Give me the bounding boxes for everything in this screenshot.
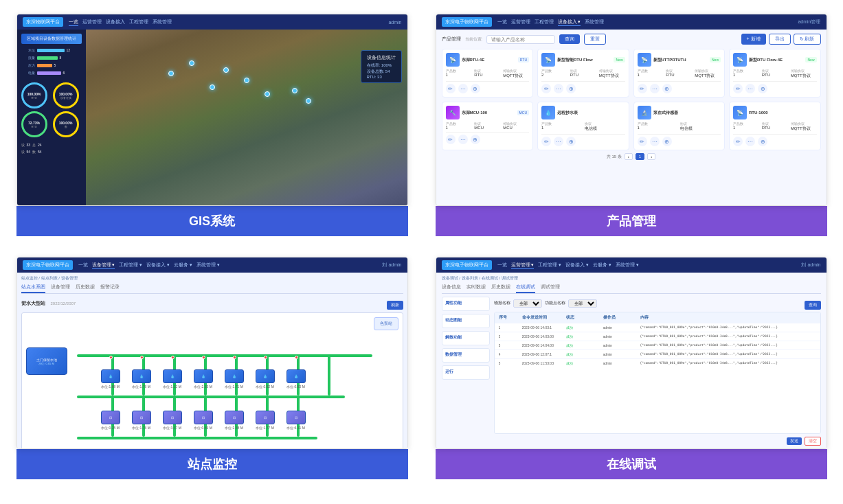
product-export-button[interactable]: 导出 bbox=[769, 34, 791, 45]
debug-sidebar-dynamic[interactable]: 动态图能 bbox=[442, 314, 490, 328]
product-action-delete-3[interactable]: ⋯ bbox=[650, 84, 660, 93]
product-card-row-2: 产品数2 协议RTU 传输协议MQTT协议 bbox=[541, 69, 625, 79]
station-tab-alarm[interactable]: 报警记录 bbox=[100, 284, 120, 293]
product-nav-ops[interactable]: 运营管理 bbox=[511, 19, 530, 26]
debug-cell-op-3: admin bbox=[603, 343, 638, 347]
product-card-header-1: 📡 东深RTU-4E RTU bbox=[446, 53, 530, 67]
debug-nav-cloud[interactable]: 云服务 ▾ bbox=[593, 262, 611, 269]
debug-tab-online[interactable]: 在线调试 bbox=[516, 284, 535, 293]
debug-table-row-1: 1 2023-09-06 14:03:1 成功 admin {"comand":… bbox=[495, 323, 820, 332]
product-action-delete-2[interactable]: ⋯ bbox=[554, 84, 563, 93]
product-action-copy-2[interactable]: ⊕ bbox=[566, 84, 576, 93]
debug-th-op: 操作员 bbox=[603, 314, 638, 321]
product-card-3: 📡 新型HTTPRTUTH New 产品数1 协议RTU 传输协议MQTT协议 … bbox=[633, 49, 726, 98]
station-topbar-right: 刘 admin bbox=[382, 262, 401, 268]
station-nav-device[interactable]: 设备管理 ▾ bbox=[92, 262, 115, 269]
product-search-button[interactable]: 查询 bbox=[559, 34, 580, 44]
debug-tab-log[interactable]: 调试管理 bbox=[541, 284, 560, 293]
debug-sidebar-data[interactable]: 数据管理 bbox=[442, 348, 490, 363]
product-action-copy-3[interactable]: ⊕ bbox=[662, 84, 672, 93]
gis-nav-item-device[interactable]: 设备接入 bbox=[106, 19, 125, 26]
product-nav-project[interactable]: 工程管理 bbox=[535, 19, 554, 26]
debug-sidebar-dissolve[interactable]: 解散功能 bbox=[442, 331, 490, 345]
debug-cell-content-4: {"comand":"DTU0_001_009e","product":"010… bbox=[640, 352, 816, 356]
product-refresh-button[interactable]: ↻ 刷新 bbox=[794, 34, 821, 45]
gis-nav-item-overview[interactable]: 一览 bbox=[69, 19, 78, 26]
station-nav-system[interactable]: 系统管理 ▾ bbox=[196, 262, 220, 269]
product-action-edit-7[interactable]: ✏ bbox=[638, 137, 647, 146]
product-search[interactable] bbox=[486, 35, 555, 44]
debug-nav-overview[interactable]: 一览 bbox=[497, 262, 507, 269]
product-card-row-4: 产品数1 协议RTU 传输协议MQTT协议 bbox=[733, 69, 817, 79]
product-action-edit-8[interactable]: ✏ bbox=[733, 137, 743, 146]
debug-nav-project[interactable]: 工程管理 ▾ bbox=[538, 262, 561, 269]
station-refresh-button[interactable]: 刷新 bbox=[387, 301, 403, 310]
product-action-delete-8[interactable]: ⋯ bbox=[745, 137, 755, 146]
station-content: 站点监控 / 站点列表 / 设备管理 站点水系图 设备管理 历史数据 报警记录 … bbox=[17, 273, 407, 448]
gis-nav-item-project[interactable]: 工程管理 bbox=[129, 19, 148, 26]
debug-tab-info[interactable]: 设备信息 bbox=[442, 284, 461, 293]
product-topbar-right: admin管理 bbox=[798, 19, 820, 25]
debug-cell-op-2: admin bbox=[603, 334, 638, 339]
station-nav-monitor[interactable]: 设备接入 ▾ bbox=[146, 262, 170, 269]
gis-stats-row-2: 设54 数54 bbox=[21, 150, 82, 154]
gis-nav-item-ops[interactable]: 运营管理 bbox=[82, 19, 102, 26]
debug-function-select[interactable]: 全部 bbox=[568, 299, 597, 308]
product-add-button[interactable]: + 新增 bbox=[741, 34, 766, 45]
product-prev-page[interactable]: ‹ bbox=[625, 153, 633, 160]
product-nav-system[interactable]: 系统管理 bbox=[585, 19, 604, 26]
product-action-copy-1[interactable]: ⊕ bbox=[471, 84, 480, 93]
debug-tab-history[interactable]: 历史数据 bbox=[491, 284, 510, 293]
product-action-copy-7[interactable]: ⊕ bbox=[662, 137, 672, 146]
debug-sidebar-run[interactable]: 运行 bbox=[442, 365, 490, 380]
station-nav-overview[interactable]: 一览 bbox=[78, 262, 88, 269]
debug-cell-num-1: 1 bbox=[499, 325, 519, 330]
product-action-delete-5[interactable]: ⋯ bbox=[458, 135, 468, 144]
product-action-copy-8[interactable]: ⊕ bbox=[758, 137, 767, 146]
product-next-page[interactable]: › bbox=[647, 153, 655, 160]
product-nav-device[interactable]: 设备接入 ▾ bbox=[558, 19, 581, 26]
station-tab-device[interactable]: 设备管理 bbox=[51, 284, 70, 293]
gis-nav-item-system[interactable]: 系统管理 bbox=[153, 19, 172, 26]
debug-query-button[interactable]: 查询 bbox=[805, 301, 821, 310]
product-card-row-6: 产品数1 协议电信模 bbox=[541, 122, 625, 132]
product-action-edit-5[interactable]: ✏ bbox=[446, 135, 456, 144]
product-action-edit-1[interactable]: ✏ bbox=[446, 84, 456, 93]
product-action-delete-6[interactable]: ⋯ bbox=[554, 137, 563, 146]
debug-nav-system[interactable]: 系统管理 ▾ bbox=[616, 262, 639, 269]
product-card-cell-8c: 传输协议MQTT协议 bbox=[791, 122, 817, 132]
product-page-1[interactable]: 1 bbox=[636, 153, 644, 160]
product-action-delete-1[interactable]: ⋯ bbox=[458, 84, 468, 93]
gis-bar-2 bbox=[37, 56, 58, 60]
product-action-edit-4[interactable]: ✏ bbox=[733, 84, 743, 93]
debug-nav-device[interactable]: 运营管理 ▾ bbox=[511, 262, 535, 269]
debug-clear-button[interactable]: 清空 bbox=[805, 437, 821, 446]
station-tank-2-4: ⊡ 水位:0.89 M bbox=[194, 411, 213, 430]
debug-tab-real[interactable]: 实时数据 bbox=[467, 284, 486, 293]
product-action-edit-2[interactable]: ✏ bbox=[541, 84, 551, 93]
station-topbar: 东深电子物联网平台 一览 设备管理 ▾ 工程管理 ▾ 设备接入 ▾ 云服务 ▾ … bbox=[17, 257, 407, 273]
product-nav-overview[interactable]: 一览 bbox=[497, 19, 507, 26]
product-action-copy-4[interactable]: ⊕ bbox=[758, 84, 767, 93]
station-tab-station[interactable]: 站点水系图 bbox=[21, 284, 45, 293]
station-tab-history[interactable]: 历史数据 bbox=[76, 284, 95, 293]
debug-send-button[interactable]: 发送 bbox=[787, 437, 802, 445]
station-nav-cloud[interactable]: 云服务 ▾ bbox=[174, 262, 192, 269]
product-card-actions-2: ✏ ⋯ ⊕ bbox=[541, 81, 625, 93]
product-card-row-7: 产品数1 协议电信模 bbox=[638, 122, 721, 132]
product-action-copy-6[interactable]: ⊕ bbox=[566, 137, 576, 146]
product-reset-button[interactable]: 重置 bbox=[584, 34, 606, 45]
product-card-icon-3: 📡 bbox=[638, 53, 651, 67]
product-action-delete-7[interactable]: ⋯ bbox=[650, 137, 660, 146]
product-action-copy-5[interactable]: ⊕ bbox=[471, 135, 480, 144]
debug-filter-select[interactable]: 全部 bbox=[513, 299, 542, 308]
debug-nav-access[interactable]: 设备接入 ▾ bbox=[565, 262, 589, 269]
product-action-edit-6[interactable]: ✏ bbox=[541, 137, 551, 146]
gis-bar-label-2: 流量 bbox=[21, 56, 35, 60]
debug-sidebar-property[interactable]: 属性功能 bbox=[442, 297, 490, 311]
product-action-edit-3[interactable]: ✏ bbox=[638, 84, 647, 93]
product-action-delete-4[interactable]: ⋯ bbox=[745, 84, 755, 93]
debug-cell-time-4: 2023-09-06 12:07:1 bbox=[522, 352, 563, 356]
product-card-name-1: 东深RTU-4E bbox=[462, 57, 516, 63]
station-nav-project[interactable]: 工程管理 ▾ bbox=[119, 262, 142, 269]
